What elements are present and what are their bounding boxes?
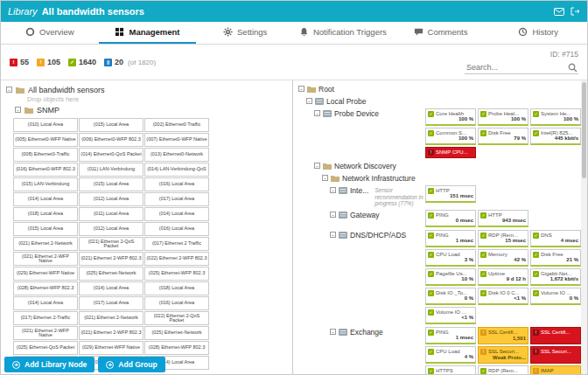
collapse-icon[interactable]: - (330, 187, 336, 193)
sensor-tile[interactable]: !SSL Certifi...1,501 (478, 327, 528, 344)
sensor-tile[interactable]: ✓Disk IO 0 C...<1 % (478, 288, 528, 305)
sensor-box[interactable]: (021) Ethernet 2-WFP Native (13, 252, 78, 266)
collapse-icon[interactable]: - (15, 107, 21, 113)
sensor-box[interactable]: (014) Local Area (13, 296, 78, 310)
collapse-icon[interactable]: - (330, 212, 336, 218)
library-node-label[interactable]: SNMP (37, 106, 60, 115)
collapse-icon[interactable]: - (330, 232, 336, 238)
sensor-tile[interactable]: ✓PING1 msec (425, 327, 476, 344)
group-label[interactable]: Exchange (350, 329, 383, 337)
sensor-tile[interactable]: ✓HTTP151 msec (425, 185, 476, 203)
sensor-tile[interactable]: ✓Probe Heal...100 % (478, 108, 528, 126)
sensor-box[interactable]: (025) Ethernet-QoS Packet (13, 341, 78, 355)
sensor-box[interactable]: (016) Ethernet0-WFP 802.3 (13, 163, 78, 177)
collapse-icon[interactable]: - (314, 110, 320, 116)
sensor-box[interactable]: (022) Ethernet 2-QoS Packet (144, 311, 209, 325)
sensor-tile[interactable]: ✓Core Health100 % (425, 108, 476, 126)
sensor-box[interactable]: (021) Ethernet 2-Network (79, 311, 144, 325)
sensor-box[interactable]: (013) Ethernet0-Network (144, 148, 209, 162)
sensor-box[interactable]: (021) Ethernet 2-WFP 802.3 (79, 252, 144, 266)
sensor-tile[interactable]: !IMAP11 msec (530, 365, 581, 375)
sensor-count-warning[interactable]: !105 (37, 58, 60, 66)
sensor-tile[interactable]: ✓Disk Free21 % (530, 249, 581, 267)
sensor-box[interactable]: (021) Ethernet 2-WFP Native (13, 326, 78, 340)
scrollbar-thumb[interactable] (582, 82, 586, 178)
sensor-tile[interactable]: ✓Uptime9 d 12 h (478, 268, 528, 286)
sensor-tile[interactable]: ✓Disk IO _To...0 % (425, 288, 476, 305)
sensor-tile[interactable]: ✓HTTPS94 msec (425, 365, 476, 375)
sensor-box[interactable]: (014) Local Area (79, 281, 144, 295)
sensor-tile[interactable]: ✓Intel(R) 825...445 kbit/s (530, 128, 581, 145)
sensor-tile[interactable]: ✓Pagefile Us...10 % (425, 268, 476, 286)
sensor-box[interactable]: (017) Local Area (144, 192, 209, 206)
sensor-box[interactable]: (021) Ethernet 2-WFP 802.3 (79, 326, 144, 340)
sensor-tile[interactable]: ✓Memory42 % (478, 249, 528, 267)
sensor-tile[interactable]: ✓Volume IO ...0 % (530, 288, 581, 305)
group-label[interactable]: Network Infrastructure (342, 175, 416, 183)
group-label[interactable]: Local Probe (326, 98, 366, 106)
collapse-icon[interactable]: - (322, 175, 328, 181)
group-label[interactable]: Inte... (350, 187, 368, 195)
tab-history[interactable]: History (489, 22, 587, 44)
sensor-tile[interactable]: !SNMP CPU... (425, 147, 476, 158)
sensor-box[interactable]: (011) LAN-Verbindung (79, 163, 144, 177)
sensor-box[interactable]: (008) Ethernet0-Traffic (13, 148, 78, 162)
sensor-tile[interactable]: ✓Gigabit-Net...1,672 kbit/s (530, 268, 581, 286)
sensor-tile[interactable]: ✓Common S...100 % (425, 128, 476, 145)
sensor-box[interactable]: (015) Local Area (79, 177, 144, 191)
sensor-box[interactable]: (014) LAN-Verbindung-QoS (144, 163, 209, 177)
sensor-tile[interactable]: ✓HTTP943 msec (478, 210, 528, 227)
sensor-tile[interactable]: ✓System He...100 % (530, 108, 581, 126)
collapse-icon[interactable]: - (6, 87, 12, 93)
sensor-tile[interactable]: ✓Volume IO ...<1 % (425, 307, 476, 324)
sensor-box[interactable]: (002) Ethernet0 Traffic (144, 118, 209, 132)
sensor-box[interactable]: (021) Ethernet 2-QoS Packet (79, 237, 144, 251)
group-label[interactable]: Root (318, 86, 334, 94)
sensor-tile[interactable]: !SSL Certifi... (530, 327, 581, 344)
group-label[interactable]: Probe Device (334, 110, 379, 118)
sensor-box[interactable]: (016) Local Area (144, 177, 209, 191)
sensor-box[interactable]: (015) LAN-Verbindung (13, 177, 78, 191)
group-label[interactable]: Network Discovery (334, 163, 396, 170)
sensor-box[interactable]: (018) Local Area (13, 207, 78, 221)
collapse-icon[interactable]: - (314, 163, 320, 169)
tab-settings[interactable]: Settings (196, 22, 294, 44)
logout-icon[interactable] (570, 7, 580, 16)
sensor-box[interactable]: (014) Ethernet0-QoS Packet (79, 148, 144, 162)
sensor-tile[interactable]: ✓RDP (Rem...15 msec (478, 230, 528, 247)
sensor-tile[interactable]: ✓PING1 msec (425, 230, 476, 247)
sensor-count-down[interactable]: !55 (10, 58, 29, 66)
sensor-tile[interactable]: ✓CPU Load3 % (425, 249, 476, 267)
collapse-icon[interactable]: - (306, 98, 312, 104)
sensor-box[interactable]: (012) Local Area (79, 222, 144, 236)
sensor-box[interactable]: (011) Local Area (79, 207, 144, 221)
tab-management[interactable]: Management (99, 22, 197, 44)
sensor-box[interactable]: (017) Ethernet 2-Traffic (13, 311, 78, 325)
sensor-box[interactable]: (005) Ethernet0-WFP Native (13, 133, 78, 147)
sensor-box[interactable]: (006) Ethernet0-WFP 802.3 (79, 133, 144, 147)
sensor-box[interactable]: (021) Ethernet 2-Network (13, 237, 78, 251)
sensor-box[interactable]: (025) Ethernet-Network (144, 326, 209, 340)
search-icon[interactable] (568, 63, 578, 74)
sensor-tile[interactable]: !SSL Securi...Weak Proto... (478, 346, 528, 364)
sensor-box[interactable]: (025) Ethernet-Network (79, 267, 144, 281)
sensor-box[interactable]: (012) Local Area (79, 192, 144, 206)
sensor-box[interactable]: (007) Ethernet0-WFP Native (144, 133, 209, 147)
search-input[interactable] (465, 61, 578, 74)
sensor-tile[interactable]: ✓PING0 msec (425, 210, 476, 227)
sensor-tile[interactable]: ✓CPU Load4 % (425, 346, 476, 364)
sensor-box[interactable]: (010) Local Area (13, 118, 78, 132)
sensor-count-paused[interactable]: ||20 (104, 58, 123, 66)
sensor-box[interactable]: (022) Ethernet 2-WFP 802.3 (144, 252, 209, 266)
sensor-tile[interactable]: ✓Disk Free79 % (478, 128, 528, 145)
sensor-box[interactable]: (015) Local Area (79, 118, 144, 132)
sensor-box[interactable]: (029) Ethernet-WFP Native (79, 341, 144, 355)
add-group-button[interactable]: +Add Group (98, 357, 164, 372)
group-label[interactable]: Gateway (350, 212, 380, 219)
tab-notification-triggers[interactable]: Notification Triggers (294, 22, 392, 44)
collapse-icon[interactable]: - (298, 86, 304, 92)
library-root-label[interactable]: All bandwidth sensors (28, 86, 105, 94)
sensor-box[interactable]: (014) Local Area (144, 207, 209, 221)
sensor-box[interactable]: (018) Local Area (144, 281, 209, 295)
sensor-tile[interactable]: !SSL Securi... (530, 346, 581, 364)
